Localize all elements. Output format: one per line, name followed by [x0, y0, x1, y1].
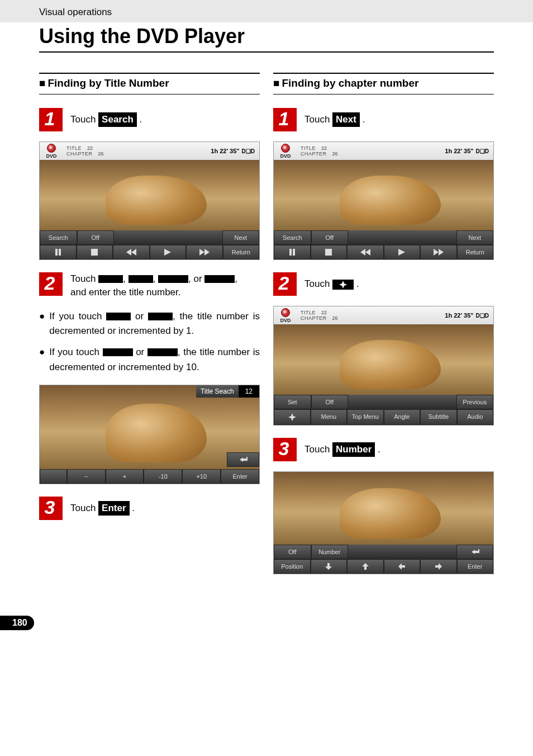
minus-button[interactable]: −	[67, 469, 106, 484]
minus-10-button[interactable]: -10	[144, 469, 182, 484]
search-button[interactable]: Search	[274, 230, 311, 245]
menu-button[interactable]: Menu	[311, 409, 348, 425]
off-button[interactable]: Off	[77, 230, 115, 245]
off-button[interactable]: Off	[311, 230, 349, 245]
title-search-buttons-row: − + -10 +10 Enter	[40, 469, 259, 484]
audio-button[interactable]: Audio	[457, 409, 494, 425]
rewind-button[interactable]	[347, 245, 384, 259]
video-subject	[340, 340, 441, 389]
right-button[interactable]	[420, 559, 457, 574]
rewind-button[interactable]	[113, 245, 150, 259]
number-button[interactable]: Number	[311, 545, 349, 559]
svg-marker-21	[435, 563, 442, 570]
screenshot-top-bar: DVD TITLE22 CHAPTER26 1h 22' 35" D❏D	[40, 142, 259, 160]
disc-icon	[47, 144, 56, 153]
text: , or	[188, 273, 204, 284]
svg-marker-15	[439, 249, 444, 256]
text: Touch	[304, 444, 332, 455]
down-button[interactable]	[311, 559, 348, 574]
left-step3-text: Touch Enter .	[70, 501, 135, 516]
forward-button[interactable]	[420, 245, 457, 259]
off-button[interactable]: Off	[274, 545, 311, 559]
top-menu-button[interactable]: Top Menu	[347, 409, 384, 425]
step-number-2: 2	[39, 272, 63, 296]
plus-button[interactable]: +	[106, 469, 144, 484]
previous-button[interactable]: Previous	[456, 395, 494, 409]
dpad-button-label	[332, 280, 354, 290]
off-button[interactable]: Off	[311, 395, 349, 409]
subtitle-button[interactable]: Subtitle	[420, 409, 457, 425]
svg-marker-7	[204, 249, 210, 256]
video-frame	[40, 160, 259, 230]
dvd-badge: DVD	[274, 306, 297, 324]
video-subject	[106, 404, 207, 462]
stop-button[interactable]	[77, 245, 113, 259]
angle-button[interactable]: Angle	[384, 409, 421, 425]
position-button[interactable]: Position	[274, 559, 311, 574]
return-button[interactable]: Return	[223, 245, 260, 259]
bullet-dot-icon: ●	[39, 309, 45, 339]
text: and enter the title number.	[70, 287, 181, 297]
next-button[interactable]: Next	[222, 230, 260, 245]
left-step-1: 1 Touch Search .	[39, 108, 260, 131]
return-button[interactable]: Return	[457, 245, 494, 259]
elapsed-time: 1h 22' 35"	[211, 148, 239, 154]
back-button[interactable]	[227, 452, 259, 467]
bullet-2-text: If you touch or , the title number is de…	[49, 345, 260, 375]
left-step-2: 2 Touch , , , or , and enter the title n…	[39, 272, 260, 299]
next-button[interactable]: Next	[456, 230, 494, 245]
svg-rect-8	[289, 249, 292, 256]
pause-button[interactable]	[40, 245, 77, 259]
text: Touch	[304, 114, 332, 125]
dolby-icon: D❏D	[476, 148, 489, 154]
title-chapter-info: TITLE22 CHAPTER26	[297, 142, 445, 160]
page-number: 180	[0, 616, 34, 630]
chapter-value: 26	[98, 151, 104, 157]
text: .	[375, 444, 380, 455]
bullet-1: ● If you touch or , the title number is …	[39, 309, 260, 339]
blank-button-1	[98, 275, 123, 283]
set-button[interactable]: Set	[274, 395, 311, 409]
search-button[interactable]: Search	[40, 230, 77, 245]
text: If you touch	[49, 311, 106, 322]
pause-button[interactable]	[274, 245, 311, 259]
title-value: 22	[87, 145, 93, 151]
text: .	[360, 114, 365, 125]
back-button[interactable]	[456, 545, 494, 559]
screenshot-row-1: Set Off Previous	[274, 395, 493, 409]
play-button[interactable]	[150, 245, 187, 259]
title-search-label: Title Seach	[196, 385, 239, 398]
chapter-label: CHAPTER	[301, 315, 327, 321]
blank-button-6	[148, 313, 173, 320]
text: If you touch	[49, 347, 102, 357]
svg-marker-17	[288, 413, 296, 421]
blank-button-7	[103, 348, 133, 356]
text: ,	[235, 273, 237, 284]
text: or	[131, 311, 148, 322]
step-number-1: 1	[273, 108, 297, 131]
enter-button-label: Enter	[98, 501, 129, 516]
spacer	[348, 545, 456, 559]
dpad-button[interactable]	[274, 409, 311, 425]
enter-button[interactable]: Enter	[221, 469, 259, 484]
spacer	[348, 395, 456, 409]
top-right-info: 1h 22' 35" D❏D	[445, 142, 493, 160]
title-chapter-info: TITLE22 CHAPTER26	[63, 142, 211, 160]
dvd-screenshot-r2: DVD TITLE22 CHAPTER26 1h 22' 35" D❏D 12:…	[273, 306, 494, 426]
left-heading-text: Finding by Title Number	[47, 77, 169, 89]
text: .	[137, 114, 142, 125]
video-frame	[274, 472, 493, 545]
dvd-screenshot-r3: Off Number Position Enter	[273, 471, 494, 574]
stop-button[interactable]	[311, 245, 348, 259]
enter-button[interactable]: Enter	[457, 559, 494, 574]
blank-button-8	[147, 348, 178, 356]
up-button[interactable]	[347, 559, 384, 574]
title-value: 22	[321, 145, 327, 151]
svg-marker-11	[360, 249, 365, 256]
video-subject	[340, 176, 441, 225]
left-button[interactable]	[384, 559, 421, 574]
forward-button[interactable]	[186, 245, 223, 259]
play-button[interactable]	[384, 245, 421, 259]
elapsed-time: 1h 22' 35"	[445, 312, 473, 319]
plus-10-button[interactable]: +10	[182, 469, 221, 484]
